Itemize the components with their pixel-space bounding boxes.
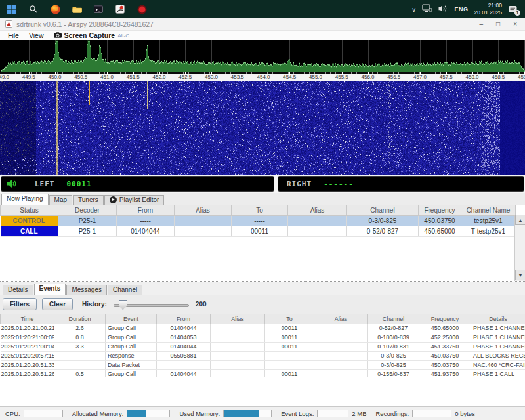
filters-button[interactable]: Filters — [3, 298, 37, 310]
search-icon[interactable] — [28, 4, 39, 14]
menu-bar: File View Screen Capture Alt-C — [0, 31, 525, 40]
cell-alias1 — [211, 324, 265, 333]
cell-channel: 0-3/0-825 — [368, 352, 419, 361]
notification-icon[interactable]: 1 — [508, 5, 518, 14]
start-button-icon[interactable] — [7, 4, 17, 14]
minimize-button[interactable]: – — [480, 19, 484, 30]
tray-chevron-icon[interactable]: ∨ — [411, 6, 416, 13]
cell-event: Group Call — [106, 343, 157, 352]
cell-channel: 0-3/0-825 — [347, 216, 419, 226]
spectrum-canvas[interactable] — [0, 40, 525, 72]
menu-screen-capture[interactable]: Screen Capture Alt-C — [54, 32, 129, 39]
table-row[interactable]: 2025:01:20:21:00:212.6Group Call01404044… — [1, 324, 525, 333]
freq-label: 455.5 — [335, 74, 348, 80]
clear-button[interactable]: Clear — [42, 298, 73, 310]
vertical-scrollbar[interactable]: ▲ ▼ — [514, 215, 525, 281]
column-header[interactable]: Channel — [347, 205, 419, 216]
table-row[interactable]: 2025:01:20:21:00:090.8Group Call01404053… — [1, 333, 525, 343]
column-header[interactable]: Channel — [368, 314, 419, 324]
record-icon[interactable] — [136, 4, 147, 14]
events-table: TimeDurationEventFromAliasToAliasChannel… — [0, 314, 525, 377]
speaker-icon[interactable] — [7, 179, 18, 188]
cell-to: 00011 — [265, 324, 314, 333]
column-header[interactable]: Alias — [211, 314, 265, 324]
media-app-icon[interactable] — [115, 4, 125, 14]
column-header[interactable]: From — [117, 205, 175, 216]
column-header[interactable]: Status — [1, 205, 58, 216]
menu-view[interactable]: View — [29, 32, 44, 39]
column-header[interactable]: Duration — [54, 314, 106, 324]
event-logs-value: 2 MB — [352, 410, 366, 417]
column-header[interactable]: Details — [471, 314, 525, 324]
cell-alias2 — [314, 324, 368, 333]
column-header[interactable]: Event — [106, 314, 157, 324]
history-slider[interactable] — [114, 299, 189, 309]
table-row[interactable]: 2025:01:20:20:57:15Response055058810-3/0… — [1, 352, 525, 361]
firefox-icon[interactable] — [50, 4, 60, 14]
column-header[interactable]: Alias — [175, 205, 232, 216]
freq-label: 456.5 — [387, 74, 400, 80]
cell-from: 01404053 — [157, 333, 211, 343]
freq-label: 458.0 — [465, 74, 478, 80]
slider-thumb[interactable] — [119, 300, 127, 310]
column-header[interactable]: Decoder — [58, 205, 117, 216]
cell-time: 2025:01:20:20:57:15 — [1, 352, 54, 361]
scroll-down-icon[interactable]: ▼ — [515, 270, 525, 280]
camera-icon — [54, 32, 62, 39]
screen: ∨ ENG 21:00 20.01.2025 1 sdrtrunk v0.6.1… — [0, 0, 525, 420]
app-window-icon — [5, 18, 12, 30]
table-row[interactable]: CALLP25-101404044000110-52/0-827450.6500… — [1, 226, 516, 237]
tab-tuners[interactable]: Tuners — [73, 195, 104, 205]
column-header[interactable]: To — [265, 314, 314, 324]
cell-time: 2025:01:20:20:51:26 — [1, 370, 54, 378]
tab-now-playing[interactable]: Now Playing — [1, 194, 49, 205]
recordings-label: Recordings: — [376, 410, 410, 417]
scroll-up-icon[interactable]: ▲ — [515, 215, 525, 225]
tab-details[interactable]: Details — [3, 285, 33, 295]
freq-label: 450.0 — [48, 74, 61, 80]
table-row[interactable]: 2025:01:20:20:51:260.5Group Call01404044… — [1, 370, 525, 378]
tab-map[interactable]: Map — [49, 195, 72, 205]
volume-icon[interactable] — [438, 3, 448, 15]
terminal-icon[interactable] — [93, 4, 104, 14]
column-header[interactable]: Frequency — [419, 314, 471, 324]
cell-from — [157, 361, 211, 370]
column-header[interactable]: Channel Name — [461, 205, 516, 216]
table-row[interactable]: 2025:01:20:20:51:33Data Packet0-3/0-8254… — [1, 361, 525, 370]
tab-channel[interactable]: Channel — [108, 285, 142, 295]
language-indicator[interactable]: ENG — [454, 6, 468, 12]
close-button[interactable]: × — [513, 19, 517, 30]
cell-time: 2025:01:20:20:51:33 — [1, 361, 54, 370]
tab-messages[interactable]: Messages — [66, 285, 107, 295]
column-header[interactable]: Frequency — [419, 205, 461, 216]
tab-events[interactable]: Events — [34, 284, 66, 295]
waterfall-canvas[interactable] — [0, 81, 525, 175]
table-row[interactable]: CONTROLP25-1----------0-3/0-825450.03750… — [1, 216, 516, 226]
network-icon[interactable] — [422, 3, 432, 15]
cell-alias1 — [211, 361, 265, 370]
cell-channel: 0-52/0-827 — [347, 226, 419, 237]
column-header[interactable]: Alias — [288, 205, 347, 216]
event-logs-label: Event Logs: — [281, 410, 314, 417]
table-row[interactable]: 2025:01:20:21:00:043.3Group Call01404044… — [1, 343, 525, 352]
maximize-button[interactable]: □ — [496, 19, 500, 30]
column-header[interactable]: From — [157, 314, 211, 324]
cell-to: 00011 — [232, 226, 288, 237]
column-header[interactable]: Alias — [314, 314, 368, 324]
tab-playlist-editor[interactable]: Playlist Editor — [104, 195, 165, 205]
menu-file[interactable]: File — [8, 32, 19, 39]
cell-frequency: 452.25000 — [419, 333, 471, 343]
audio-channel-right: RIGHT ------ — [278, 176, 524, 192]
freq-label: 453.0 — [205, 74, 218, 80]
freq-label: 449.5 — [22, 74, 35, 80]
clock-time: 21:00 — [474, 2, 502, 9]
cell-alias2 — [314, 343, 368, 352]
folder-icon[interactable] — [72, 4, 82, 14]
column-header[interactable]: Time — [1, 314, 54, 324]
cell-time: 2025:01:20:21:00:21 — [1, 324, 54, 333]
column-header[interactable]: To — [232, 205, 288, 216]
cell-from: 01404044 — [157, 370, 211, 378]
menu-screen-capture-shortcut: Alt-C — [117, 33, 129, 39]
clock[interactable]: 21:00 20.01.2025 — [474, 2, 502, 16]
frequency-scale[interactable]: 449.0449.5450.0450.5451.0451.5452.0452.5… — [0, 72, 525, 81]
